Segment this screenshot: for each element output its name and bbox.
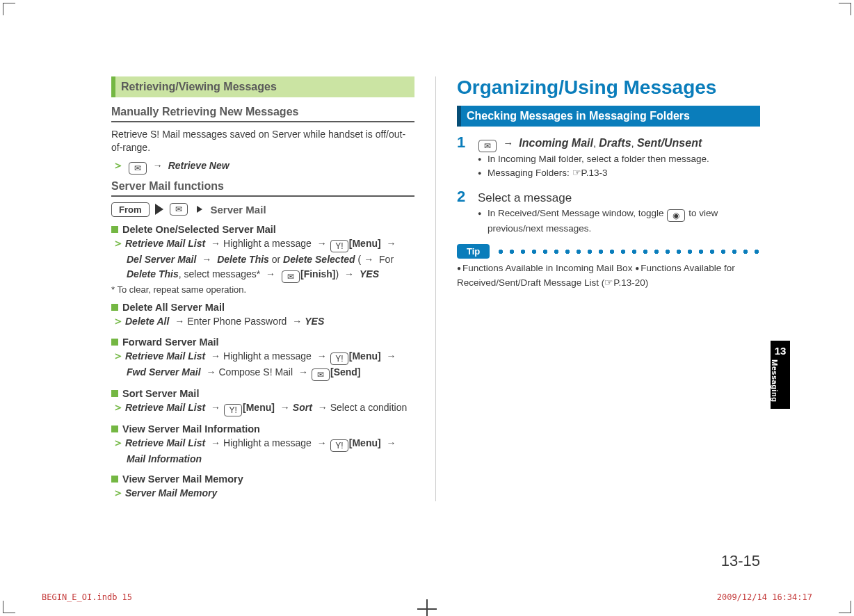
view-info-title: View Server Mail Information	[122, 423, 260, 435]
view-memory-title: View Server Mail Memory	[122, 473, 243, 485]
intro-text: Retrieve S! Mail messages saved on Serve…	[111, 128, 414, 154]
step2-b1-pre: In Received/Sent Message window, toggle	[488, 208, 664, 218]
send-label: [Send]	[330, 366, 361, 378]
tip-label: Tip	[457, 244, 490, 259]
view-info-body: ＞Retrieve Mail List →Highlight a message…	[111, 435, 414, 452]
chevron-right-icon: ＞	[113, 315, 124, 327]
item-view-memory: View Server Mail Memory	[111, 473, 414, 485]
mail-key-icon: ✉	[312, 368, 330, 381]
chapter-number: 13	[771, 345, 790, 357]
forward-body2: Fwd Server Mail →Compose S! Mail →✉[Send…	[111, 365, 414, 381]
chapter-tab: 13 Messaging	[771, 341, 790, 409]
chevron-right-icon: ＞	[113, 401, 124, 413]
select-condition: Select a condition	[330, 402, 408, 413]
mail-key-icon: ✉	[478, 140, 497, 152]
folders-prefix: Messaging Folders:	[488, 168, 572, 178]
mail-key-icon: ✉	[170, 203, 188, 216]
square-bullet-icon	[111, 425, 118, 432]
y-key-icon: Y!	[330, 352, 348, 365]
menu-label: [Menu]	[349, 437, 381, 448]
mail-information: Mail Information	[127, 453, 202, 464]
chevron-right-icon: ＞	[113, 237, 124, 249]
column-divider	[435, 76, 436, 501]
compose-mail: Compose S! Mail	[218, 366, 293, 378]
step2-title: Select a message	[478, 191, 572, 204]
item-sort: Sort Server Mail	[111, 388, 414, 399]
footer-timestamp: 2009/12/14 16:34:17	[717, 592, 812, 602]
subhead-server-functions: Server Mail functions	[111, 180, 414, 197]
crop-mark-bl	[3, 601, 15, 613]
chevron-right-icon: ＞	[113, 437, 124, 448]
chevron-right-icon: ＞	[113, 159, 124, 171]
menu-label: [Menu]	[349, 238, 381, 249]
retrieve-list: Retrieve Mail List	[125, 350, 205, 362]
step-number-2: 2	[457, 189, 471, 236]
delete-one-body2: Del Server Mail → Delete This or Delete …	[111, 252, 414, 267]
forward-body: ＞Retrieve Mail List →Highlight a message…	[111, 348, 414, 365]
crop-mark-tl	[3, 3, 15, 15]
yes-label: YES	[305, 316, 324, 327]
step-1: 1 ✉ → Incoming Mail, Drafts, Sent/Unsent…	[457, 135, 760, 181]
registration-mark	[421, 603, 433, 615]
retrieve-new-line: ＞ ✉ → Retrieve New	[111, 157, 414, 175]
subhead-manual-retrieve: Manually Retrieving New Messages	[111, 106, 414, 122]
chevron-right-icon: ＞	[113, 487, 124, 499]
square-bullet-icon	[111, 304, 118, 311]
square-bullet-icon	[111, 390, 118, 397]
clear-note: * To clear, repeat same operation.	[111, 284, 414, 295]
view-memory-body: ＞Server Mail Memory	[111, 485, 414, 501]
chapter-label: Messaging	[771, 359, 779, 402]
y-key-icon: Y!	[330, 240, 348, 252]
section-retrieving-viewing: Retrieving/Viewing Messages	[111, 76, 414, 97]
mail-key-icon: ✉	[282, 270, 300, 283]
item-delete-all: Delete All Server Mail	[111, 302, 414, 313]
view-info-body2: Mail Information	[111, 452, 414, 467]
section-checking-folders: Checking Messages in Messaging Folders	[457, 106, 760, 127]
forward-title: Forward Server Mail	[122, 337, 219, 348]
dots-decoration-icon	[495, 249, 760, 254]
delete-all-body: ＞Delete All →Enter Phone Password →YES	[111, 313, 414, 330]
fwd-server-mail: Fwd Server Mail	[127, 366, 201, 378]
step2-bullet1: In Received/Sent Message window, toggle …	[478, 206, 760, 236]
retrieve-list: Retrieve Mail List	[125, 437, 205, 448]
step1-bullet1: In Incoming Mail folder, select a folder…	[478, 152, 709, 166]
page-number: 13-15	[721, 552, 760, 570]
triangle-right-icon	[155, 204, 163, 215]
retrieve-list: Retrieve Mail List	[125, 402, 205, 413]
page-ref-13-20: P.13-20	[613, 277, 645, 288]
highlight-msg: Highlight a message	[223, 350, 312, 362]
sort-action: Sort	[293, 402, 312, 413]
crop-mark-tr	[839, 3, 851, 15]
step-2: 2 Select a message In Received/Sent Mess…	[457, 189, 760, 236]
delete-one-body: ＞Retrieve Mail List →Highlight a message…	[111, 235, 414, 252]
footer-filename: BEGIN_E_OI.indb 15	[42, 592, 132, 602]
crop-mark-br	[839, 601, 851, 613]
server-mail-label: Server Mail	[211, 204, 266, 216]
heading-organizing: Organizing/Using Messages	[457, 76, 760, 99]
pointing-hand-icon: ☞	[572, 168, 581, 178]
enter-password: Enter Phone Password	[187, 316, 287, 327]
nav-key-icon: ◉	[667, 209, 685, 222]
y-key-icon: Y!	[224, 404, 242, 416]
retrieve-mail-list: Retrieve Mail List	[125, 238, 205, 249]
step-number-1: 1	[457, 135, 471, 181]
item-delete-one: Delete One/Selected Server Mail	[111, 224, 414, 235]
triangle-right-small-icon	[197, 206, 202, 213]
item-delete-one-title: Delete One/Selected Server Mail	[122, 224, 276, 235]
from-row: From ✉ Server Mail	[111, 202, 414, 217]
item-view-info: View Server Mail Information	[111, 423, 414, 435]
left-column: Retrieving/Viewing Messages Manually Ret…	[111, 76, 414, 501]
chevron-right-icon: ＞	[113, 350, 124, 362]
pointing-hand-icon: ☞	[604, 277, 613, 288]
server-mail-memory: Server Mail Memory	[125, 487, 217, 499]
delete-one-body3: Delete This, select messages* → ✉[Finish…	[111, 267, 414, 283]
finish-label: [Finish]	[300, 268, 336, 279]
tip-a: Functions Available in Incoming Mail Box	[462, 263, 632, 273]
square-bullet-icon	[111, 476, 118, 483]
tip-close: )	[645, 277, 649, 288]
right-column: Organizing/Using Messages Checking Messa…	[457, 76, 760, 501]
square-bullet-icon	[111, 339, 118, 346]
tip-text: ●Functions Available in Incoming Mail Bo…	[457, 261, 760, 290]
y-key-icon: Y!	[330, 439, 348, 452]
item-forward: Forward Server Mail	[111, 337, 414, 348]
